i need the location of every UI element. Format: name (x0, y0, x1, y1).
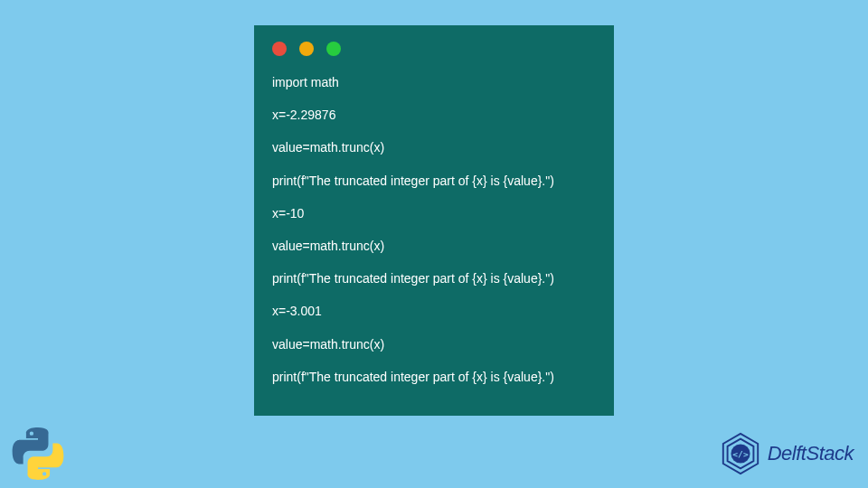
code-line: value=math.trunc(x) (272, 238, 596, 254)
code-window: import math x=-2.29876 value=math.trunc(… (254, 25, 614, 416)
window-controls (272, 42, 596, 56)
brand-logo-icon: </> (719, 432, 762, 475)
svg-text:</>: </> (732, 449, 749, 459)
code-line: x=-10 (272, 205, 596, 221)
brand-name: DelftStack (768, 442, 854, 465)
code-line: value=math.trunc(x) (272, 139, 596, 155)
code-line: value=math.trunc(x) (272, 336, 596, 352)
code-line: print(f"The truncated integer part of {x… (272, 270, 596, 286)
code-line: x=-2.29876 (272, 107, 596, 123)
code-line: x=-3.001 (272, 303, 596, 319)
code-line: print(f"The truncated integer part of {x… (272, 369, 596, 385)
code-line: print(f"The truncated integer part of {x… (272, 173, 596, 189)
close-dot-icon (272, 42, 287, 56)
code-block: import math x=-2.29876 value=math.trunc(… (272, 74, 596, 385)
code-line: import math (272, 74, 596, 90)
maximize-dot-icon (326, 42, 341, 56)
python-logo-icon (11, 427, 65, 481)
minimize-dot-icon (299, 42, 314, 56)
brand: </> DelftStack (719, 432, 854, 475)
